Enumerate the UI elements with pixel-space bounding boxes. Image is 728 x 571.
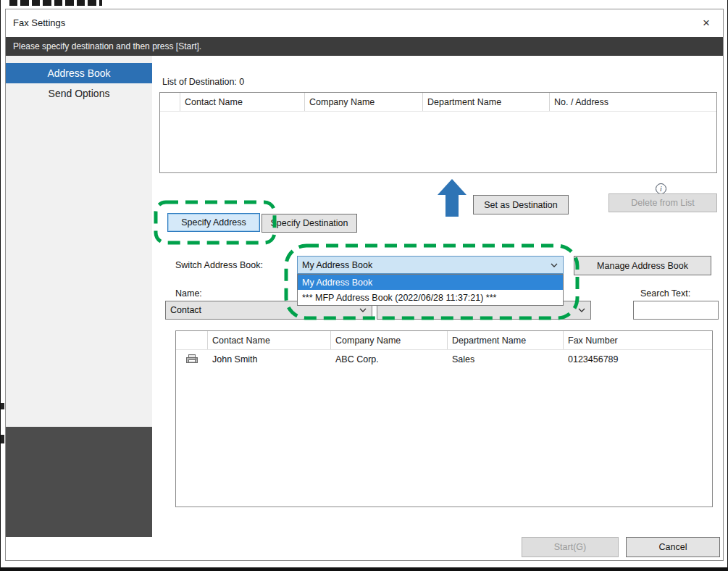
clipped-background-text — [9, 0, 102, 6]
cancel-button[interactable]: Cancel — [626, 537, 720, 557]
window-title: Fax Settings — [13, 17, 65, 28]
column-header: Department Name — [448, 331, 564, 349]
move-up-arrow — [438, 179, 466, 218]
sidebar-item-address-book[interactable]: Address Book — [6, 63, 152, 83]
up-arrow-icon — [438, 179, 466, 218]
destination-table-header: Contact Name Company Name Department Nam… — [160, 93, 716, 112]
column-header: Contact Name — [180, 93, 305, 111]
fax-icon — [186, 354, 198, 364]
icon-column-header — [160, 93, 180, 111]
fax-number-cell: 0123456789 — [564, 350, 712, 368]
chevron-down-icon — [551, 263, 558, 267]
start-button[interactable]: Start(G) — [522, 537, 619, 557]
close-button[interactable]: × — [695, 13, 717, 33]
row-icon-cell — [176, 350, 208, 368]
column-header: No. / Address — [550, 93, 716, 111]
address-book-select[interactable]: My Address Book — [297, 256, 564, 274]
column-header: Department Name — [423, 93, 550, 111]
icon-column-header — [176, 331, 208, 349]
table-row[interactable]: John Smith ABC Corp. Sales 0123456789 — [176, 350, 712, 368]
switch-address-book-label: Switch Address Book: — [175, 260, 263, 270]
destination-count-label: List of Destination: 0 — [162, 77, 244, 87]
contact-name-cell: John Smith — [208, 350, 331, 368]
column-header: Company Name — [305, 93, 423, 111]
column-header: Fax Number — [564, 331, 712, 349]
contacts-table: Contact Name Company Name Department Nam… — [175, 330, 713, 507]
manage-address-book-button[interactable]: Manage Address Book — [574, 256, 711, 275]
address-book-select-value: My Address Book — [302, 260, 372, 270]
sidebar-item-send-options[interactable]: Send Options — [6, 83, 152, 104]
name-filter-value: Contact — [170, 305, 201, 315]
name-label: Name: — [175, 288, 202, 299]
address-book-dropdown-list: My Address Book *** MFP Address Book (20… — [297, 274, 564, 306]
title-bar: Fax Settings × — [6, 9, 723, 37]
sidebar: Address Book Send Options Edit Address B… — [6, 56, 152, 427]
screenshot-root: Fax Settings × Please specify destinatio… — [0, 0, 728, 571]
delete-from-list-button[interactable]: Delete from List — [608, 193, 717, 212]
search-text-label: Search Text: — [640, 288, 690, 299]
dropdown-option[interactable]: *** MFP Address Book (2022/06/28 11:37:2… — [298, 290, 563, 305]
background-artifact — [1, 435, 4, 443]
chevron-down-icon — [359, 308, 367, 312]
status-message: Please specify destination and then pres… — [13, 41, 201, 51]
destination-table: Contact Name Company Name Department Nam… — [159, 92, 717, 173]
dropdown-option[interactable]: My Address Book — [298, 275, 563, 290]
status-message-bar: Please specify destination and then pres… — [6, 37, 723, 56]
contacts-table-header: Contact Name Company Name Department Nam… — [176, 331, 712, 350]
chevron-down-icon — [578, 308, 585, 312]
background-artifact — [1, 403, 4, 409]
specify-destination-button[interactable]: Specify Destination — [262, 214, 357, 233]
company-name-cell: ABC Corp. — [331, 350, 448, 368]
close-icon: × — [703, 16, 710, 30]
set-as-destination-button[interactable]: Set as Destination — [473, 195, 569, 214]
column-header: Contact Name — [208, 331, 331, 349]
specify-address-button[interactable]: Specify Address — [167, 213, 260, 232]
fax-settings-dialog: Fax Settings × Please specify destinatio… — [5, 9, 724, 561]
search-text-input[interactable] — [633, 301, 719, 320]
left-bottom-panel: About Help — [6, 427, 152, 537]
info-icon: i — [656, 183, 666, 194]
department-name-cell: Sales — [448, 350, 564, 368]
column-header: Company Name — [331, 331, 448, 349]
